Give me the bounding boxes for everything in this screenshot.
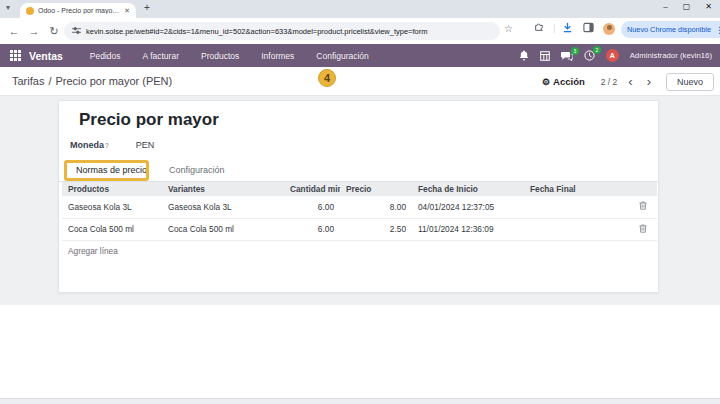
add-line-row[interactable]: Agregar línea [62, 240, 657, 262]
breadcrumb-separator: / [48, 75, 51, 87]
browser-toolbar: ← → ↻ kevin.solse.pe/web#id=2&cids=1&men… [0, 18, 720, 44]
cell-producto[interactable]: Gaseosa Kola 3L [62, 196, 162, 218]
odoo-favicon [26, 7, 34, 15]
cell-precio[interactable]: 8.00 [340, 196, 412, 218]
new-record-button[interactable]: Nuevo [666, 73, 714, 91]
address-bar[interactable]: kevin.solse.pe/web#id=2&cids=1&menu_id=5… [64, 22, 500, 40]
action-label: Acción [553, 76, 585, 87]
tab-close-icon[interactable]: ✕ [124, 7, 130, 15]
cell-precio[interactable]: 2.50 [340, 218, 412, 240]
col-precio[interactable]: Precio [340, 182, 412, 196]
trash-icon[interactable] [639, 224, 647, 233]
menu-productos[interactable]: Productos [192, 48, 248, 64]
cell-producto[interactable]: Coca Cola 500 ml [62, 218, 162, 240]
menu-informes[interactable]: Informes [252, 48, 303, 64]
forward-icon[interactable]: → [24, 25, 44, 37]
odoo-navbar: Ventas Pedidos A facturar Productos Info… [0, 44, 720, 67]
app-name-ventas[interactable]: Ventas [29, 50, 63, 62]
download-icon[interactable] [562, 22, 573, 35]
menu-configuracion[interactable]: Configuración [307, 48, 377, 64]
side-panel-icon[interactable] [583, 22, 594, 35]
col-actions [628, 182, 657, 196]
window-bottom-edge [0, 398, 720, 404]
tab-search-caret-icon[interactable]: ▾ [6, 3, 10, 12]
cell-fecha-inicio[interactable]: 04/01/2024 12:37:05 [412, 196, 524, 218]
add-line-link[interactable]: Agregar línea [62, 240, 657, 262]
messages-icon[interactable]: 3 [561, 51, 573, 61]
control-panel: Tarifas / Precio por mayor (PEN) ⚙ Acció… [0, 67, 720, 96]
back-icon[interactable]: ← [4, 25, 24, 37]
reload-icon[interactable]: ↻ [44, 25, 64, 38]
action-menu-button[interactable]: ⚙ Acción [542, 76, 585, 87]
col-fecha-final[interactable]: Fecha Final [524, 182, 628, 196]
chrome-profile-avatar[interactable] [603, 23, 615, 35]
tab-normas-de-precio[interactable]: Normas de precio [65, 159, 158, 182]
annotation-step-marker: 4 [318, 69, 336, 87]
site-info-icon[interactable] [72, 26, 81, 37]
table-row[interactable]: Gaseosa Kola 3L Gaseosa Kola 3L 6.00 8.0… [62, 196, 657, 218]
cell-variante[interactable]: Coca Cola 500 ml [162, 218, 284, 240]
menu-pedidos[interactable]: Pedidos [81, 48, 130, 64]
browser-tab-strip: ▾ Odoo - Precio por mayor (PEN) ✕ + – ▢ … [0, 0, 720, 18]
col-variantes[interactable]: Variantes [162, 182, 284, 196]
form-view-background: Precio por mayor Moneda? PEN Normas de p… [0, 96, 720, 305]
pager-next-icon[interactable]: › [644, 75, 654, 88]
cell-cantidad-min[interactable]: 6.00 [284, 196, 340, 218]
table-header-row: Productos Variantes Cantidad min. Precio… [62, 182, 657, 196]
cell-fecha-final[interactable] [524, 218, 628, 240]
col-fecha-inicio[interactable]: Fecha de Inicio [412, 182, 524, 196]
bookmark-star-icon[interactable]: ☆ [504, 23, 513, 34]
breadcrumb-tarifas[interactable]: Tarifas [12, 75, 44, 87]
moneda-value[interactable]: PEN [136, 140, 155, 150]
breadcrumb: Tarifas / Precio por mayor (PEN) [12, 75, 172, 87]
cell-fecha-inicio[interactable]: 11/01/2024 12:36:09 [412, 218, 524, 240]
cell-fecha-final[interactable] [524, 196, 628, 218]
user-avatar[interactable]: A [606, 49, 619, 62]
chrome-update-button[interactable]: Nuevo Chrome disponible ⋮ [621, 21, 720, 38]
trash-icon[interactable] [639, 201, 647, 210]
tab-title: Odoo - Precio por mayor (PEN) [38, 7, 120, 14]
table-row[interactable]: Coca Cola 500 ml Coca Cola 500 ml 6.00 2… [62, 218, 657, 240]
activities-badge: 2 [593, 46, 601, 54]
col-productos[interactable]: Productos [62, 182, 162, 196]
messages-badge: 3 [571, 47, 579, 55]
page-title: Precio por mayor [79, 110, 219, 130]
spreadsheet-icon[interactable] [540, 51, 550, 61]
apps-grid-icon[interactable] [10, 50, 21, 61]
pager-count: 2 / 2 [601, 77, 618, 87]
tab-configuracion[interactable]: Configuración [158, 159, 236, 182]
browser-tab[interactable]: Odoo - Precio por mayor (PEN) ✕ [20, 3, 136, 18]
gear-icon: ⚙ [542, 77, 550, 87]
moneda-label: Moneda [70, 140, 104, 150]
lower-empty-area [0, 305, 720, 398]
notebook-tabs: Normas de precio Configuración [59, 159, 658, 182]
new-tab-button[interactable]: + [144, 2, 150, 13]
user-menu[interactable]: Administrador (kevin16) [630, 51, 712, 60]
pager-previous-icon[interactable]: ‹ [625, 75, 635, 88]
price-rules-table: Productos Variantes Cantidad min. Precio… [62, 182, 657, 262]
chrome-update-label: Nuevo Chrome disponible [627, 25, 711, 34]
breadcrumb-current: Precio por mayor (PEN) [55, 75, 172, 87]
activities-clock-icon[interactable]: 2 [584, 50, 595, 61]
chrome-menu-icon[interactable]: ⋮ [715, 25, 720, 35]
extensions-icon[interactable] [534, 22, 544, 34]
help-question-icon[interactable]: ? [105, 142, 109, 149]
window-maximize-button[interactable]: ▢ [683, 2, 691, 11]
window-minimize-button[interactable]: – [663, 2, 667, 11]
cell-cantidad-min[interactable]: 6.00 [284, 218, 340, 240]
moneda-field-row: Moneda? PEN [70, 140, 154, 150]
url-text[interactable]: kevin.solse.pe/web#id=2&cids=1&menu_id=5… [86, 27, 492, 36]
col-cantidad-min[interactable]: Cantidad min. [284, 182, 340, 196]
bell-icon[interactable] [519, 50, 529, 61]
menu-a-facturar[interactable]: A facturar [134, 48, 188, 64]
toolbar-separator: | [553, 23, 555, 33]
cell-variante[interactable]: Gaseosa Kola 3L [162, 196, 284, 218]
window-close-button[interactable]: ✕ [705, 2, 712, 11]
form-sheet: Precio por mayor Moneda? PEN Normas de p… [58, 100, 659, 293]
